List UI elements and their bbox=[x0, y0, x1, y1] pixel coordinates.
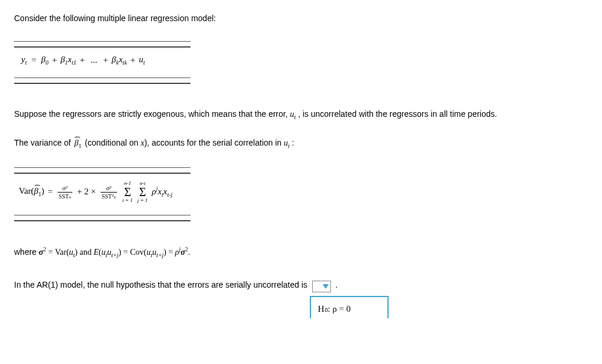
rule-top bbox=[14, 41, 190, 42]
dropdown-option-0[interactable]: H₀: ρ = 0 bbox=[311, 297, 387, 318]
paragraph-variance: The variance of β1 (conditional on x), a… bbox=[14, 136, 588, 151]
hypothesis-dropdown[interactable] bbox=[312, 281, 331, 292]
equation-1-box: yt = β0 + β1xt1 + ... + βkxtk + ut bbox=[14, 41, 588, 84]
equation-2: Var(β1) = σ² SSTₓ + 2 × σ² SST²ₓ n-1 Σ t… bbox=[14, 174, 588, 210]
paragraph-ar1: In the AR(1) model, the null hypothesis … bbox=[14, 278, 588, 292]
equation-1: yt = β0 + β1xt1 + ... + βkxtk + ut bbox=[14, 48, 588, 73]
paragraph-where: where σ2 = Var(ut) and E(utut+j) = Cov(u… bbox=[14, 245, 588, 259]
rule-bottom-bold bbox=[14, 83, 190, 84]
rule-top-2 bbox=[14, 167, 190, 168]
rule-bottom bbox=[14, 77, 190, 78]
rule-bottom-bold-2 bbox=[14, 220, 190, 221]
rule-bottom-2 bbox=[14, 215, 190, 215]
intro-text: Consider the following multiple linear r… bbox=[14, 12, 588, 25]
equation-2-box: Var(β1) = σ² SSTₓ + 2 × σ² SST²ₓ n-1 Σ t… bbox=[14, 167, 588, 221]
paragraph-exogenous: Suppose the regressors are strictly exog… bbox=[14, 107, 588, 122]
dropdown-panel: H₀: ρ = 0 H₀: ρ ≠ 0 bbox=[310, 296, 389, 318]
